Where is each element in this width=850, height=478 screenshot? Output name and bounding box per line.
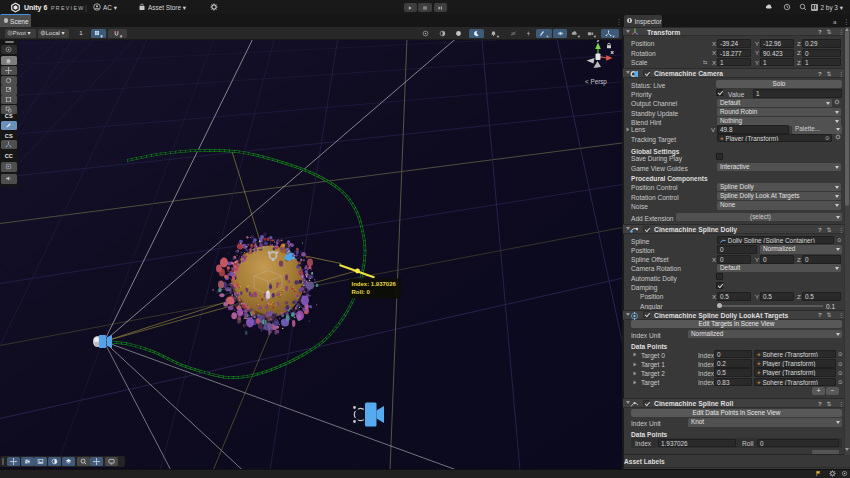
svg-text:< Persp: < Persp <box>585 77 607 85</box>
svg-text:Index: 1.937026: Index: 1.937026 <box>352 281 397 287</box>
svg-text:Roll: 0: Roll: 0 <box>352 289 371 295</box>
